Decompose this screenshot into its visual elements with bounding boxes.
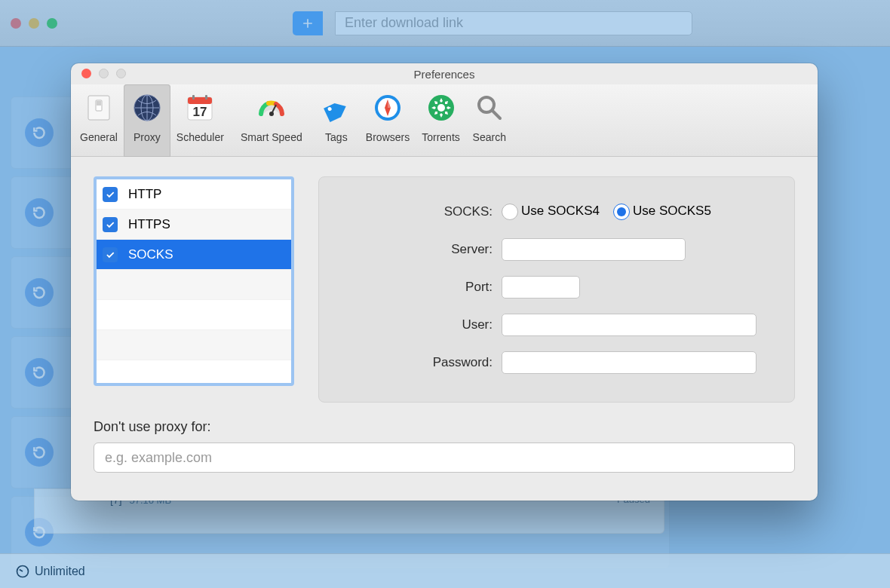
tab-proxy[interactable]: Proxy	[124, 84, 170, 157]
tab-smart-speed[interactable]: Smart Speed	[230, 84, 313, 157]
socks-label: SOCKS:	[319, 204, 502, 219]
status-bar: Unlimited	[0, 553, 890, 588]
user-label: User:	[319, 317, 502, 332]
tab-tags[interactable]: Tags	[313, 84, 360, 157]
protocol-label: HTTP	[128, 187, 161, 202]
gauge-icon	[256, 92, 287, 124]
tab-browsers[interactable]: Browsers	[360, 84, 416, 157]
tab-general[interactable]: General	[74, 84, 124, 157]
proxy-form: SOCKS: Use SOCKS4 Use SOCKS5 Server: Por…	[318, 176, 795, 403]
protocol-row-http[interactable]: HTTP	[97, 179, 291, 210]
svg-rect-8	[188, 97, 212, 104]
svg-rect-10	[205, 95, 207, 100]
speedometer-icon	[15, 564, 30, 579]
svg-point-12	[269, 112, 274, 116]
protocol-label: HTTPS	[128, 217, 170, 232]
speed-limit-label: Unlimited	[35, 565, 85, 578]
radio-socks4[interactable]: Use SOCKS4	[502, 204, 600, 220]
preferences-toolbar: General Proxy 17 Scheduler Smart Speed T…	[71, 84, 818, 157]
modal-zoom-button	[116, 69, 126, 78]
port-input[interactable]	[502, 276, 580, 299]
protocol-row-https[interactable]: HTTPS	[97, 210, 291, 240]
tab-scheduler[interactable]: 17 Scheduler	[170, 84, 230, 157]
protocol-label: SOCKS	[128, 247, 173, 262]
protocol-row-empty	[97, 330, 291, 360]
proxy-exceptions-placeholder: e.g. example.com	[105, 450, 212, 466]
protocol-row-empty	[97, 360, 291, 386]
protocol-row-empty	[97, 270, 291, 300]
tab-torrents[interactable]: Torrents	[416, 84, 466, 157]
search-icon	[474, 92, 505, 124]
tab-search[interactable]: Search	[466, 84, 513, 157]
svg-rect-3	[97, 101, 101, 106]
server-label: Server:	[319, 242, 502, 257]
svg-rect-9	[192, 95, 195, 100]
compass-icon	[372, 92, 404, 124]
password-label: Password:	[319, 355, 502, 370]
modal-close-button[interactable]	[81, 69, 91, 78]
port-label: Port:	[319, 280, 502, 295]
network-globe-icon	[131, 92, 163, 124]
svg-point-17	[437, 104, 445, 112]
protocol-row-socks[interactable]: SOCKS	[97, 240, 291, 270]
proxy-pane: HTTP HTTPS SOCKS SOCKS:	[71, 157, 818, 501]
modal-traffic-lights	[81, 69, 126, 78]
proxy-exceptions-label: Don't use proxy for:	[94, 419, 795, 435]
preferences-window: Preferences General Proxy 17 Scheduler S…	[71, 63, 818, 501]
checkbox-https[interactable]	[103, 217, 118, 232]
calendar-icon: 17	[184, 92, 216, 124]
modal-minimize-button	[99, 69, 109, 78]
password-input[interactable]	[502, 351, 756, 374]
proxy-exceptions-input[interactable]: e.g. example.com	[94, 443, 795, 473]
switch-icon	[83, 92, 115, 124]
gear-icon	[425, 92, 457, 124]
server-input[interactable]	[502, 238, 686, 261]
preferences-title: Preferences	[414, 68, 475, 81]
checkbox-http[interactable]	[103, 187, 118, 202]
protocol-list[interactable]: HTTP HTTPS SOCKS	[94, 176, 294, 386]
preferences-titlebar: Preferences	[71, 63, 818, 84]
radio-socks5[interactable]: Use SOCKS5	[613, 204, 711, 220]
user-input[interactable]	[502, 314, 756, 336]
svg-text:17: 17	[193, 105, 207, 119]
tag-icon	[321, 92, 352, 124]
protocol-row-empty	[97, 300, 291, 330]
checkbox-socks[interactable]	[103, 247, 118, 262]
